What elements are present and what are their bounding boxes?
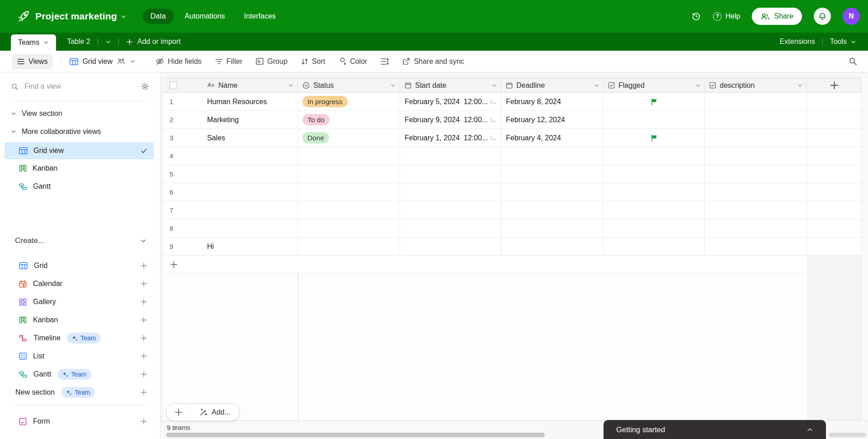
chevron-down-icon[interactable] (797, 82, 803, 88)
cell-status[interactable]: In progress (298, 93, 400, 110)
cell-name[interactable] (203, 165, 298, 183)
color-button[interactable]: Color (339, 57, 367, 66)
cell-flagged[interactable] (604, 238, 705, 255)
plus-icon[interactable] (140, 316, 147, 324)
cell-status[interactable]: To do (298, 111, 400, 129)
cell-status[interactable] (298, 183, 400, 201)
section-more-collaborative-views[interactable]: More collaborative views (11, 128, 101, 136)
create-form-item[interactable]: Form (5, 412, 154, 430)
chevron-down-icon[interactable] (695, 82, 701, 88)
cell-status[interactable]: Done (298, 129, 400, 147)
cell-start-date[interactable] (400, 220, 501, 237)
cell-deadline[interactable] (501, 147, 604, 165)
column-header-flagged[interactable]: Flagged (604, 78, 705, 92)
cell-description[interactable] (705, 147, 807, 165)
create-calendar-item[interactable]: Calendar (5, 275, 154, 293)
add-row-button[interactable] (164, 256, 807, 273)
share-button[interactable]: Share (752, 8, 802, 25)
chevron-down-icon[interactable] (288, 82, 294, 88)
sidebar-view-gantt[interactable]: Gantt (5, 178, 154, 195)
notifications-button[interactable] (814, 8, 831, 25)
sidebar-view-kanban[interactable]: Kanban (5, 160, 154, 177)
table-row[interactable]: 8 (164, 220, 861, 238)
horizontal-scrollbar-thumb[interactable] (829, 433, 866, 437)
table-row[interactable]: 7 (164, 201, 861, 220)
cell-deadline[interactable] (501, 238, 604, 255)
cell-deadline[interactable] (501, 201, 604, 219)
cell-status[interactable] (298, 238, 400, 255)
cell-flagged[interactable] (604, 111, 705, 129)
create-timeline-item[interactable]: Timeline Team (5, 329, 154, 347)
hide-fields-button[interactable]: Hide fields (156, 57, 202, 66)
gear-icon[interactable] (141, 82, 149, 91)
cell-status[interactable] (298, 201, 400, 219)
avatar[interactable]: N (843, 8, 860, 25)
chevron-down-icon[interactable] (491, 82, 497, 88)
chevron-up-icon[interactable] (807, 426, 813, 433)
cell-start-date[interactable]: February 9, 202412:00... (400, 111, 501, 129)
cell-deadline[interactable] (501, 183, 604, 201)
select-all-cell[interactable] (164, 78, 203, 92)
chevron-down-icon[interactable] (390, 82, 396, 88)
cell-start-date[interactable] (400, 147, 501, 165)
column-header-description[interactable]: description (705, 78, 807, 92)
cell-flagged[interactable] (604, 183, 705, 201)
create-gantt-item[interactable]: Gantt Team (5, 365, 154, 383)
cell-start-date[interactable] (400, 201, 501, 219)
checkbox-icon[interactable] (170, 81, 177, 89)
horizontal-scrollbar-thumb[interactable] (166, 433, 545, 437)
create-new-section-item[interactable]: New section Team (5, 383, 154, 401)
tools-button[interactable]: Tools (830, 38, 856, 46)
table-row[interactable]: 3 Sales Done February 1, 202412:00... Fe… (164, 129, 861, 147)
table-row[interactable]: 2 Marketing To do February 9, 202412:00.… (164, 111, 861, 129)
cell-deadline[interactable]: February 8, 2024 (501, 93, 604, 110)
plus-icon[interactable] (140, 418, 147, 425)
filter-button[interactable]: Filter (215, 57, 243, 66)
column-header-start-date[interactable]: Start date (400, 78, 501, 92)
plus-icon[interactable] (140, 371, 147, 378)
nav-tab-interfaces[interactable]: Interfaces (236, 9, 283, 24)
cell-description[interactable] (705, 201, 807, 219)
tab-table2[interactable]: Table 2 (67, 38, 90, 46)
table-row[interactable]: 9 Hi (164, 238, 861, 256)
cell-flagged[interactable] (604, 147, 705, 165)
views-button[interactable]: Views (12, 54, 53, 69)
help-button[interactable]: ? Help (713, 12, 740, 21)
cell-name[interactable] (203, 147, 298, 165)
cell-description[interactable] (705, 183, 807, 201)
sort-button[interactable]: Sort (301, 57, 325, 66)
cell-deadline[interactable] (501, 165, 604, 183)
group-button[interactable]: Group (256, 57, 287, 66)
cell-name[interactable]: Sales (203, 129, 298, 147)
row-height-button[interactable] (381, 58, 389, 65)
cell-name[interactable] (203, 183, 298, 201)
cell-start-date[interactable] (400, 165, 501, 183)
cell-flagged[interactable] (604, 165, 705, 183)
cell-status[interactable] (298, 220, 400, 237)
cell-start-date[interactable]: February 5, 202412:00... (400, 93, 501, 110)
table-row[interactable]: 1 Human Resources In progress February 5… (164, 93, 861, 111)
cell-description[interactable] (705, 238, 807, 255)
cell-start-date[interactable]: February 1, 202412:00... (400, 129, 501, 147)
vertical-scrollbar[interactable] (861, 78, 868, 420)
tables-menu-chevron-icon[interactable] (105, 39, 111, 45)
create-kanban-item[interactable]: Kanban (5, 311, 154, 329)
cell-status[interactable] (298, 165, 400, 183)
find-view-input[interactable] (24, 82, 135, 91)
chevron-down-icon[interactable] (121, 14, 127, 19)
cell-description[interactable] (705, 111, 807, 129)
cell-deadline[interactable]: February 4, 2024 (501, 129, 604, 147)
search-icon[interactable] (849, 57, 857, 66)
plus-icon[interactable] (140, 262, 147, 269)
view-switcher[interactable]: Grid view (70, 57, 136, 66)
share-and-sync-button[interactable]: Share and sync (402, 57, 464, 66)
nav-tab-automations[interactable]: Automations (177, 9, 233, 24)
base-title[interactable]: Project marketing (35, 11, 117, 22)
history-icon[interactable] (691, 11, 701, 21)
create-section-header[interactable]: Create... (15, 236, 146, 245)
plus-icon[interactable] (140, 389, 147, 396)
cell-description[interactable] (705, 165, 807, 183)
cell-name[interactable] (203, 220, 298, 237)
cell-start-date[interactable] (400, 183, 501, 201)
extensions-button[interactable]: Extensions (779, 38, 815, 46)
